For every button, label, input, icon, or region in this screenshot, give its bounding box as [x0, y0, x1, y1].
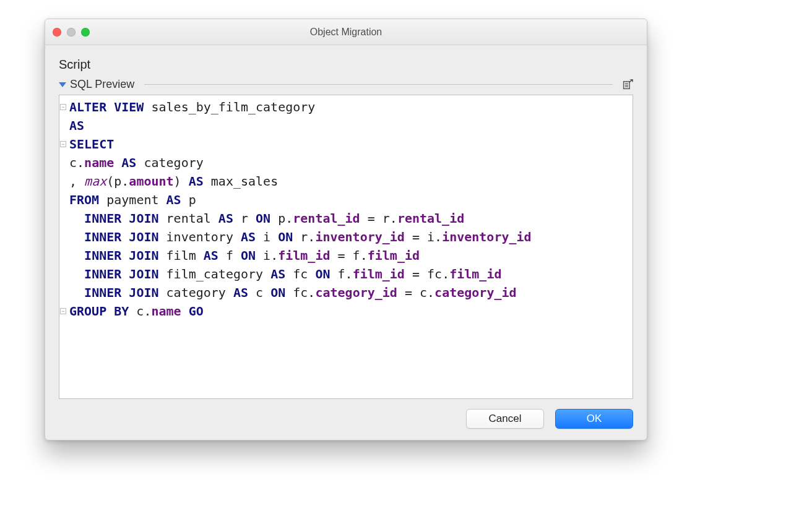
script-heading: Script [59, 58, 633, 72]
ok-button[interactable]: OK [555, 409, 633, 429]
fold-marker-icon[interactable]: − [60, 141, 66, 147]
titlebar: Object Migration [45, 19, 647, 45]
section-divider [144, 84, 613, 85]
object-migration-dialog: Object Migration Script SQL Preview −−− … [45, 19, 647, 440]
sql-code[interactable]: ALTER VIEW sales_by_film_category AS SEL… [67, 95, 633, 398]
code-gutter: −−− [59, 95, 67, 398]
fold-marker-icon[interactable]: − [60, 104, 66, 110]
fold-marker-icon[interactable]: − [60, 308, 66, 314]
window-controls [53, 19, 90, 45]
sql-preview-header: SQL Preview [59, 78, 633, 91]
dialog-body: Script SQL Preview −−− ALTER VIEW sales_… [45, 45, 647, 440]
disclosure-triangle-icon[interactable] [59, 82, 66, 87]
zoom-window-icon[interactable] [81, 28, 90, 36]
cancel-button[interactable]: Cancel [466, 409, 544, 429]
close-window-icon[interactable] [53, 28, 61, 36]
dialog-buttons: Cancel OK [59, 399, 633, 429]
section-title: SQL Preview [70, 78, 134, 91]
open-externally-icon[interactable] [623, 79, 633, 90]
minimize-window-icon[interactable] [67, 28, 76, 36]
sql-preview-editor[interactable]: −−− ALTER VIEW sales_by_film_category AS… [59, 95, 633, 399]
window-title: Object Migration [310, 27, 382, 38]
